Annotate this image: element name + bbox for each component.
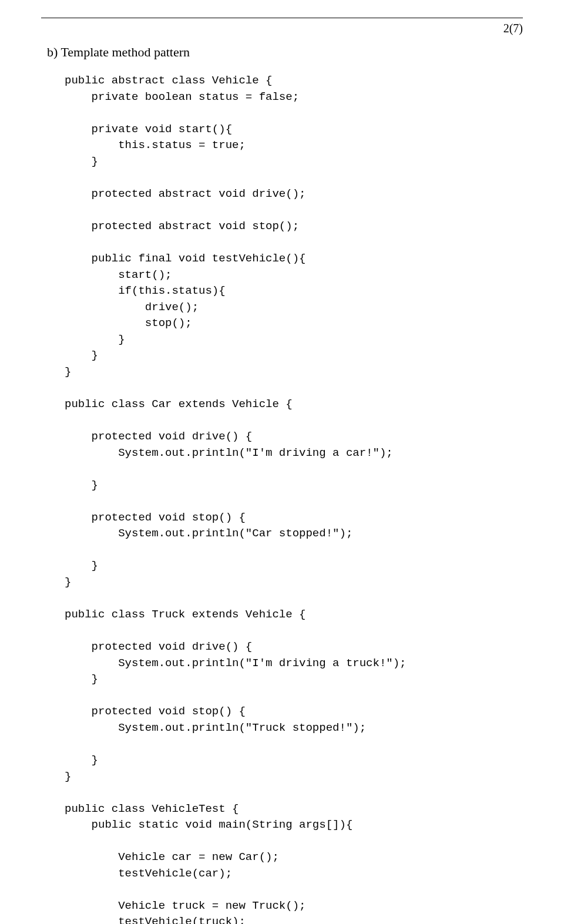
page-number: 2(7)	[41, 22, 523, 35]
page: 2(7) b) Template method pattern public a…	[0, 0, 564, 924]
section-label: b) Template method pattern	[41, 45, 523, 60]
top-rule	[41, 18, 523, 18]
code-block: public abstract class Vehicle { private …	[41, 73, 523, 924]
